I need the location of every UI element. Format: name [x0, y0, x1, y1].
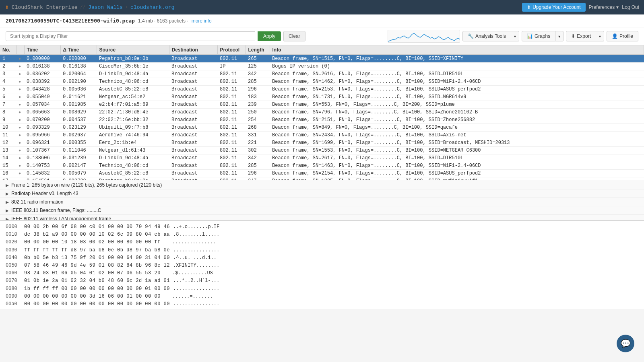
cell-time: 0.070200	[24, 116, 60, 124]
apply-filter-button[interactable]: Apply	[258, 31, 281, 41]
table-row[interactable]: 11 ● 0.095966 0.002637 Aerohive_74:46:94…	[0, 132, 644, 139]
table-row[interactable]: 17 ● 0.154561 0.008729 Pegatron_b8:0e:0a…	[0, 177, 644, 181]
export-caret[interactable]: ▾	[596, 31, 604, 41]
expand-icon[interactable]: ▶	[6, 191, 9, 196]
packet-table-container[interactable]: No. Time Δ Time Source Destination Proto…	[0, 45, 644, 180]
profile-label: Profile	[619, 33, 633, 39]
table-row[interactable]: 2 ● 0.016138 0.016138 CiscoMer_35:6b:1e …	[0, 63, 644, 70]
hex-ascii: .$..........US	[172, 269, 213, 277]
hex-address: 0080	[6, 285, 21, 293]
detail-row[interactable]: ▶ IEEE 802.11 wireless LAN management fr…	[0, 215, 644, 220]
cell-destination: Broadcast	[169, 162, 217, 170]
table-row[interactable]: 10 ● 0.093329 0.023129 Ubiquiti_09:f7:b8…	[0, 124, 644, 132]
analysis-label: Analysis Tools	[475, 33, 506, 39]
cell-info: Beacon frame, SN=849, FN=0, Flags=......…	[270, 124, 644, 132]
expand-icon[interactable]: ▶	[6, 208, 9, 213]
hex-ascii: ......=.......	[172, 293, 213, 300]
more-info-link[interactable]: more info	[192, 18, 212, 24]
table-row[interactable]: 8 ● 0.065663 0.008629 22:02:71:30:d8:4e …	[0, 109, 644, 116]
graphs-caret[interactable]: ▾	[555, 31, 564, 41]
cell-delta: 0.011046	[60, 147, 97, 154]
domain-link[interactable]: cloudshark.org	[130, 4, 174, 10]
file-info-bar: 20170627160059UTC-C413E21EE900-wifi0.pca…	[0, 14, 644, 27]
cell-info: Beacon frame, SN=2617, FN=0, Flags=.....…	[270, 154, 644, 162]
analysis-tools-caret[interactable]: ▾	[511, 31, 519, 41]
table-row[interactable]: 12 ● 0.096321 0.000355 Eero_2c:1b:e4 Bro…	[0, 139, 644, 147]
table-row[interactable]: 13 ● 0.107367 0.011046 Netgear_d1:61:43 …	[0, 147, 644, 154]
cell-icon: ●	[16, 154, 24, 162]
cell-info: Bogus IP version (0)	[270, 63, 644, 70]
cell-icon: ●	[16, 93, 24, 101]
cell-info: Beacon frame, SN=1335, FN=0, Flags=.....…	[270, 177, 644, 181]
col-header-info: Info	[270, 45, 644, 55]
cell-source: 22:02:71:6e:bb:32	[97, 116, 169, 124]
table-row[interactable]: 6 ● 0.055049 0.011621 Netgear_ac:54:e2 B…	[0, 93, 644, 101]
export-button[interactable]: ⬇ Export	[566, 31, 596, 41]
cell-destination: Broadcast	[169, 139, 217, 147]
cell-source: Ubiquiti_09:f7:b8	[97, 124, 169, 132]
cell-length: 296	[246, 170, 270, 177]
cell-time: 0.055049	[24, 93, 60, 101]
hex-bytes: 4a 0e 14 00 0a 00 2c 01 c8 00 14 00 05 0…	[24, 308, 170, 309]
cell-length: 239	[246, 101, 270, 109]
table-row[interactable]: 7 ● 0.057034 0.001985 e2:b4:f7:01:a5:69 …	[0, 101, 644, 109]
hex-row: 0080 1b ff ff ff 00 00 00 00 00 00 00 00…	[6, 285, 638, 293]
cell-no: 15	[0, 162, 16, 170]
table-row[interactable]: 1 ● 0.000000 0.000000 Pegatron_b8:0e:0b …	[0, 55, 644, 63]
hex-ascii: ................	[173, 285, 219, 293]
upgrade-button[interactable]: ⬆ Upgrade Your Account	[522, 3, 585, 12]
cell-time: 0.093329	[24, 124, 60, 132]
cell-icon: ●	[16, 177, 24, 181]
graphs-label: Graphs	[535, 33, 550, 39]
cell-icon: ●	[16, 147, 24, 154]
table-row[interactable]: 14 ● 0.138606 0.031239 D-LinkIn_9d:48:4a…	[0, 154, 644, 162]
detail-row[interactable]: ▶ Frame 1: 265 bytes on wire (2120 bits)…	[0, 181, 644, 189]
table-row[interactable]: 9 ● 0.070200 0.004537 22:02:71:6e:bb:32 …	[0, 116, 644, 124]
table-row[interactable]: 3 ● 0.036202 0.020064 D-LinkIn_9d:48:4a …	[0, 70, 644, 78]
cell-length: 125	[246, 63, 270, 70]
expand-icon[interactable]: ▶	[6, 200, 9, 204]
filter-bar: Apply Clear 🔧 Analysis Tools ▾ 📊 Graphs …	[0, 27, 644, 45]
cell-destination: Broadcast	[169, 109, 217, 116]
cell-time: 0.140753	[24, 162, 60, 170]
table-row[interactable]: 5 ● 0.043428 0.005036 AsustekC_85:22:c8 …	[0, 86, 644, 93]
cell-length: 268	[246, 124, 270, 132]
cell-protocol: 802.11	[217, 154, 246, 162]
cell-length: 296	[246, 86, 270, 93]
display-filter-input[interactable]	[6, 31, 255, 41]
cell-time: 0.154561	[24, 177, 60, 181]
analysis-tools-button[interactable]: 🔧 Analysis Tools	[462, 31, 511, 41]
table-row[interactable]: 16 ● 0.145832 0.005079 AsustekC_85:22:c8…	[0, 170, 644, 177]
table-row[interactable]: 4 ● 0.038392 0.002190 Technico_48:06:cd …	[0, 78, 644, 86]
cell-icon: ●	[16, 101, 24, 109]
app-name-label: CloudShark Enterprise	[12, 4, 78, 10]
cell-no: 13	[0, 147, 16, 154]
logout-button[interactable]: Log Out	[622, 4, 639, 10]
cell-time: 0.065663	[24, 109, 60, 116]
cell-info: Beacon frame, SN=553, FN=0, Flags=......…	[270, 101, 644, 109]
hex-bytes: ff ff ff ff ff d8 97 ba b8 0e 0b d8 97 b…	[24, 247, 170, 254]
cell-delta: 0.000355	[60, 139, 97, 147]
table-row[interactable]: 15 ● 0.140753 0.002147 Technico_48:06:cd…	[0, 162, 644, 170]
cell-destination: Broadcast	[169, 147, 217, 154]
profile-button[interactable]: 👤 Profile	[607, 31, 638, 41]
cell-protocol: 802.11	[217, 116, 246, 124]
cell-destination: Broadcast	[169, 70, 217, 78]
cell-length: 331	[246, 132, 270, 139]
expand-icon[interactable]: ▶	[6, 217, 9, 221]
chat-button[interactable]: 💬	[617, 335, 634, 352]
cell-time: 0.057034	[24, 101, 60, 109]
hex-row: 0000 00 00 2b 00 6f 08 00 c0 01 00 00 00…	[6, 223, 638, 231]
detail-row[interactable]: ▶ 802.11 radio information	[0, 198, 644, 206]
cell-source: 22:02:71:30:d8:4e	[97, 109, 169, 116]
graphs-button[interactable]: 📊 Graphs	[522, 31, 555, 41]
preferences-button[interactable]: Preferences ▾	[589, 4, 619, 10]
hex-row: 00b0 4a 0e 14 00 0a 00 2c 01 c8 00 14 00…	[6, 308, 638, 309]
expand-icon[interactable]: ▶	[6, 183, 9, 187]
col-header-source: Source	[97, 45, 169, 55]
clear-filter-button[interactable]: Clear	[283, 31, 305, 41]
detail-row[interactable]: ▶ Radiotap Header v0, Length 43	[0, 189, 644, 198]
detail-row[interactable]: ▶ IEEE 802.11 Beacon frame, Flags: .....…	[0, 206, 644, 215]
cell-destination: Broadcast	[169, 55, 217, 63]
username-link[interactable]: Jason Walls	[88, 4, 123, 10]
